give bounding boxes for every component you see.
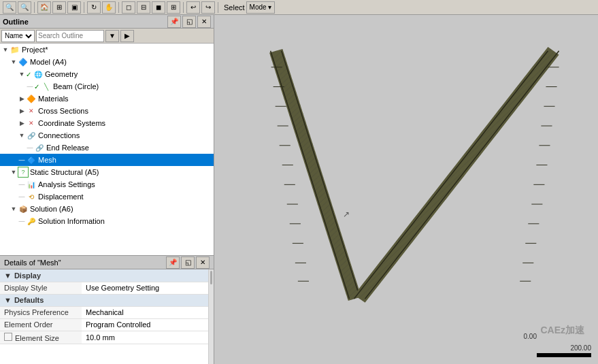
tree-item-beam[interactable]: — ✓ ╲ Beam (Circle) xyxy=(0,80,214,93)
details-pin-btn[interactable]: 📌 xyxy=(166,257,180,269)
outline-close-btn[interactable]: ✕ xyxy=(197,16,211,28)
home-btn[interactable]: 🏠 xyxy=(37,1,51,14)
tree-container[interactable]: ▼ 📁 Project* ▼ 🔷 Model (A4) ▼ ✓ 🌐 Geomet… xyxy=(0,44,214,255)
details-scrollbar[interactable] xyxy=(208,269,214,364)
element-size-checkbox[interactable] xyxy=(4,333,12,341)
outline-header-right: 📌 ◱ ✕ xyxy=(167,16,211,28)
tree-item-materials[interactable]: ▶ 🔶 Materials xyxy=(0,93,214,105)
section-defaults: ▼Defaults xyxy=(0,294,208,306)
tree-item-coordinate-systems[interactable]: ▶ ✕ Coordinate Systems xyxy=(0,117,214,129)
zoom-in-btn[interactable]: 🔍 xyxy=(3,1,16,14)
beam-label: Beam (Circle) xyxy=(53,82,99,90)
select-label: Select xyxy=(224,3,245,12)
solution-label: Solution (A6) xyxy=(30,205,73,213)
expand-cross-sections[interactable]: ▶ xyxy=(18,107,26,115)
expand-project[interactable]: ▼ xyxy=(1,46,10,54)
edge-btn[interactable]: ⊞ xyxy=(167,1,180,14)
shaded-btn[interactable]: ◼ xyxy=(152,1,165,14)
val-physics-preference: Mechanical xyxy=(82,306,208,318)
section-display-toggle[interactable]: ▼ xyxy=(4,271,12,280)
rotate-btn[interactable]: ↻ xyxy=(87,1,101,14)
end-release-icon: 🔗 xyxy=(34,142,45,153)
tree-item-project[interactable]: ▼ 📁 Project* xyxy=(0,44,214,56)
mesh-icon: 🔷 xyxy=(26,154,37,165)
tree-item-connections[interactable]: ▼ 🔗 Connections xyxy=(0,129,214,142)
row-display-style: Display Style Use Geometry Setting xyxy=(0,282,208,294)
outline-search-input[interactable] xyxy=(36,30,104,42)
tree-item-model[interactable]: ▼ 🔷 Model (A4) xyxy=(0,56,214,68)
mode-btn[interactable]: Mode ▾ xyxy=(246,1,276,14)
expand-static-structural[interactable]: ▼ xyxy=(10,168,18,176)
outline-float-btn[interactable]: ◱ xyxy=(182,16,196,28)
static-structural-label: Static Structural (A5) xyxy=(30,168,99,176)
tree-item-solution-info[interactable]: — 🔑 Solution Information xyxy=(0,215,214,227)
cursor-hint: ↗ xyxy=(343,210,350,219)
fit-btn[interactable]: ⊞ xyxy=(52,1,66,14)
xray-btn[interactable]: ◻ xyxy=(122,1,135,14)
outline-pin-btn[interactable]: 📌 xyxy=(167,16,181,28)
project-label: Project* xyxy=(22,46,48,54)
scale-far-label: 200.00 xyxy=(537,344,591,352)
zoom-out-btn[interactable]: 🔍 xyxy=(18,1,31,14)
analysis-settings-label: Analysis Settings xyxy=(38,180,95,188)
tree-item-static-structural[interactable]: ▼ ? Static Structural (A5) xyxy=(0,166,214,178)
tree-item-geometry[interactable]: ▼ ✓ 🌐 Geometry xyxy=(0,68,214,80)
tree-item-end-release[interactable]: — 🔗 End Release xyxy=(0,142,214,154)
pan-btn[interactable]: ✋ xyxy=(102,1,116,14)
coordinate-systems-icon: ✕ xyxy=(26,118,37,129)
tree-item-solution[interactable]: ▼ 📦 Solution (A6) xyxy=(0,203,214,215)
expand-end-release[interactable]: — xyxy=(26,144,34,152)
undo-btn[interactable]: ↩ xyxy=(186,1,200,14)
geometry-view: ↗ xyxy=(214,15,598,364)
connections-label: Connections xyxy=(38,131,80,139)
static-structural-icon: ? xyxy=(18,167,29,178)
mesh-label: Mesh xyxy=(38,156,56,164)
separator-1 xyxy=(34,2,35,13)
expand-solution[interactable]: ▼ xyxy=(10,205,18,213)
outline-title: Outline xyxy=(3,18,29,26)
redo-btn[interactable]: ↪ xyxy=(201,1,215,14)
tree-item-cross-sections[interactable]: ▶ ✕ Cross Sections xyxy=(0,105,214,117)
expand-solution-info[interactable]: — xyxy=(18,217,26,225)
model-label: Model (A4) xyxy=(30,58,67,66)
wireframe-btn[interactable]: ⊟ xyxy=(137,1,150,14)
expand-coordinate-systems[interactable]: ▶ xyxy=(18,119,26,127)
section-display-label: ▼Display xyxy=(0,269,208,282)
section-defaults-label: ▼Defaults xyxy=(0,294,208,306)
connections-icon: 🔗 xyxy=(26,130,37,141)
expand-geometry[interactable]: ▼ xyxy=(18,70,26,78)
main-toolbar: 🔍 🔍 🏠 ⊞ ▣ ↻ ✋ ◻ ⊟ ◼ ⊞ ↩ ↪ Select Mode ▾ xyxy=(0,0,598,15)
checked-icon-beam: ✓ xyxy=(34,83,39,90)
viewport[interactable]: ↗ 0.00 200.00 CAEz加速 xyxy=(214,15,598,364)
separator-4 xyxy=(183,2,184,13)
details-panel: Details of "Mesh" 📌 ◱ ✕ ▼Display xyxy=(0,255,214,364)
expand-analysis-settings[interactable]: — xyxy=(18,180,26,188)
svg-line-3 xyxy=(271,51,350,299)
outline-filter-select[interactable]: Name xyxy=(1,30,35,42)
tree-item-mesh[interactable]: — 🔷 Mesh xyxy=(0,154,214,166)
beam-icon: ╲ xyxy=(41,81,52,92)
model-icon: 🔷 xyxy=(18,56,29,67)
search-arrow-btn[interactable]: ▶ xyxy=(120,30,134,42)
scrollbar-thumb xyxy=(210,271,212,284)
svg-line-20 xyxy=(365,51,559,299)
expand-connections[interactable]: ▼ xyxy=(18,131,26,139)
tree-item-displacement[interactable]: — ⟲ Displacement xyxy=(0,191,214,203)
details-close-btn[interactable]: ✕ xyxy=(196,257,210,269)
expand-beam[interactable]: — xyxy=(26,82,34,90)
search-btn[interactable]: ▼ xyxy=(105,30,119,42)
right-beam xyxy=(354,51,559,299)
project-icon: 📁 xyxy=(10,44,20,55)
expand-materials[interactable]: ▶ xyxy=(18,95,26,103)
coords-display: 0.00 xyxy=(524,333,537,340)
details-float-btn[interactable]: ◱ xyxy=(181,257,195,269)
tree-item-analysis-settings[interactable]: — 📊 Analysis Settings xyxy=(0,178,214,191)
expand-mesh[interactable]: — xyxy=(18,156,26,164)
end-release-label: End Release xyxy=(46,144,89,152)
expand-model[interactable]: ▼ xyxy=(10,58,18,66)
section-defaults-toggle[interactable]: ▼ xyxy=(4,296,12,304)
materials-label: Materials xyxy=(38,95,69,103)
svg-line-19 xyxy=(354,51,548,299)
expand-displacement[interactable]: — xyxy=(18,193,26,201)
select-mode-btn[interactable]: ▣ xyxy=(67,1,81,14)
